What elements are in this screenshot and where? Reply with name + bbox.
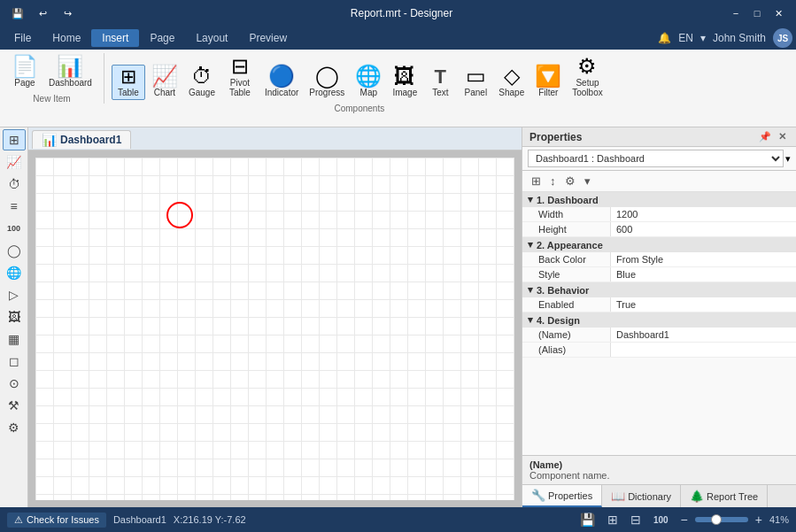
left-btn-arrow[interactable]: ▷	[3, 284, 26, 305]
status-save-icon[interactable]: 💾	[576, 511, 599, 528]
zoom-slider-handle[interactable]	[711, 514, 722, 525]
status-100-icon[interactable]: 100	[650, 513, 672, 527]
status-coords: X:216.19 Y:-7.62	[174, 514, 246, 525]
ribbon-btn-map[interactable]: 🌐 Map	[351, 63, 386, 100]
props-section-behavior[interactable]: ▾ 3. Behavior	[522, 282, 796, 297]
close-button[interactable]: ✕	[769, 4, 787, 22]
menu-preview[interactable]: Preview	[238, 29, 298, 47]
undo-icon[interactable]: ↩	[34, 4, 51, 22]
minimize-button[interactable]: −	[727, 4, 745, 22]
left-btn-select[interactable]: ⊙	[3, 373, 26, 394]
left-btn-image[interactable]: 🖼	[3, 306, 26, 328]
props-tool-dropdown[interactable]: ▾	[581, 173, 594, 189]
props-tab-report-tree[interactable]: 🌲 Report Tree	[681, 485, 768, 507]
props-title: Properties	[529, 131, 582, 143]
props-tab-dictionary[interactable]: 📖 Dictionary	[602, 485, 681, 507]
menu-page[interactable]: Page	[139, 29, 185, 47]
lang-dropdown-icon[interactable]: ▾	[700, 32, 706, 44]
zoom-minus-button[interactable]: −	[677, 511, 692, 528]
title-bar: 💾 ↩ ↪ Report.mrt - Designer − □ ✕	[0, 0, 796, 27]
indicator-icon: 🔵	[268, 66, 295, 87]
left-btn-grid[interactable]: ▦	[3, 328, 26, 350]
check-issues-button[interactable]: ⚠ Check for Issues	[7, 513, 106, 528]
props-val-width[interactable]: 1200	[611, 207, 796, 221]
left-btn-rect[interactable]: ◻	[3, 351, 26, 372]
props-tabs: 🔧 Properties 📖 Dictionary 🌲 Report Tree	[522, 484, 796, 507]
props-val-name[interactable]: Dashboard1	[611, 328, 796, 342]
zoom-plus-button[interactable]: +	[752, 511, 766, 528]
language-selector[interactable]: EN	[678, 32, 693, 44]
props-val-backcolor[interactable]: From Style	[611, 252, 796, 266]
ribbon-btn-text[interactable]: T Text	[423, 65, 457, 100]
ribbon-btn-pivot[interactable]: ⊟ Pivot Table	[221, 53, 259, 100]
props-val-style[interactable]: Blue	[611, 267, 796, 281]
menu-file[interactable]: File	[4, 29, 42, 47]
save-icon[interactable]: 💾	[9, 4, 27, 22]
canvas-area: 📊 Dashboard1	[28, 127, 522, 507]
left-btn-100[interactable]: 100	[3, 218, 26, 239]
ribbon-btn-chart[interactable]: 📈 Chart	[147, 63, 182, 100]
ribbon-btn-progress[interactable]: ◯ Progress	[305, 63, 349, 100]
props-section-design[interactable]: ▾ 4. Design	[522, 312, 796, 328]
props-content: ▾ 1. Dashboard Width 1200 Height 600 ▾ 2…	[522, 192, 796, 455]
props-tab-properties[interactable]: 🔧 Properties	[522, 485, 602, 507]
props-key-name: (Name)	[522, 328, 611, 342]
props-pin-icon[interactable]: 📌	[756, 130, 774, 143]
menu-bar: File Home Insert Page Layout Preview 🔔 E…	[0, 27, 796, 50]
props-val-alias[interactable]	[611, 343, 796, 357]
props-val-enabled[interactable]: True	[611, 297, 796, 312]
title-bar-left: 💾 ↩ ↪	[9, 4, 76, 22]
ribbon-btn-gauge[interactable]: ⏱ Gauge	[184, 63, 220, 100]
dictionary-tab-icon: 📖	[611, 490, 625, 503]
ribbon-btn-filter[interactable]: 🔽 Filter	[530, 63, 566, 100]
props-tool-gear[interactable]: ⚙	[561, 173, 579, 189]
ribbon-btn-image[interactable]: 🖼 Image	[388, 63, 421, 100]
ribbon-btn-indicator[interactable]: 🔵 Indicator	[260, 63, 303, 100]
maximize-button[interactable]: □	[748, 4, 766, 22]
left-btn-circle[interactable]: ◯	[3, 240, 26, 261]
props-key-width: Width	[522, 207, 611, 221]
menu-home[interactable]: Home	[42, 29, 91, 47]
canvas-tab-label: Dashboard1	[60, 134, 121, 146]
ribbon-btn-setup[interactable]: ⚙ Setup Toolbox	[568, 53, 607, 100]
image-label: Image	[392, 88, 417, 97]
selector-dropdown-icon[interactable]: ▾	[785, 153, 791, 165]
props-section-appearance[interactable]: ▾ 2. Appearance	[522, 237, 796, 252]
menu-insert[interactable]: Insert	[91, 29, 139, 47]
redo-icon[interactable]: ↪	[58, 4, 76, 22]
props-key-style: Style	[522, 267, 611, 281]
ribbon-btn-dashboard[interactable]: 📊 Dashboard	[44, 53, 97, 90]
shape-icon: ◇	[504, 66, 520, 87]
left-btn-table[interactable]: ⊞	[3, 129, 26, 150]
props-footer: (Name) Component name.	[522, 455, 796, 484]
props-close-icon[interactable]: ✕	[776, 130, 789, 143]
ribbon-btn-page[interactable]: 📄 Page	[7, 53, 43, 90]
status-layout-icon[interactable]: ⊞	[604, 511, 622, 528]
props-val-height[interactable]: 600	[611, 222, 796, 236]
left-btn-chart[interactable]: 📈	[3, 151, 26, 173]
ribbon-btn-table[interactable]: ⊞ Table	[112, 65, 145, 100]
left-btn-list[interactable]: ≡	[3, 196, 26, 217]
menu-layout[interactable]: Layout	[185, 29, 238, 47]
props-tool-sort[interactable]: ↕	[546, 173, 560, 189]
left-btn-settings[interactable]: ⚙	[3, 417, 26, 438]
grid-canvas[interactable]	[35, 158, 514, 500]
section-behavior-label: 3. Behavior	[537, 285, 589, 296]
zoom-slider[interactable]	[695, 517, 748, 522]
section-design-collapse-icon: ▾	[528, 314, 533, 326]
ribbon-btn-panel[interactable]: ▭ Panel	[459, 63, 492, 100]
props-tool-categorized[interactable]: ⊞	[528, 173, 545, 189]
properties-tab-icon: 🔧	[531, 489, 545, 502]
props-component-select[interactable]: Dashboard1 : Dashboard	[528, 150, 784, 167]
status-grid-icon[interactable]: ⊟	[627, 511, 645, 528]
ribbon-btn-shape[interactable]: ◇ Shape	[494, 63, 529, 100]
user-avatar[interactable]: JS	[773, 28, 792, 48]
canvas-tab-dashboard[interactable]: 📊 Dashboard1	[32, 130, 131, 149]
zoom-control: − + 41%	[677, 511, 789, 528]
props-section-dashboard[interactable]: ▾ 1. Dashboard	[522, 192, 796, 207]
left-btn-globe[interactable]: 🌐	[3, 262, 26, 283]
notification-icon[interactable]: 🔔	[658, 32, 671, 44]
left-btn-gauge[interactable]: ⏱	[3, 173, 26, 195]
filter-label: Filter	[538, 88, 558, 97]
left-btn-tools[interactable]: ⚒	[3, 395, 26, 416]
